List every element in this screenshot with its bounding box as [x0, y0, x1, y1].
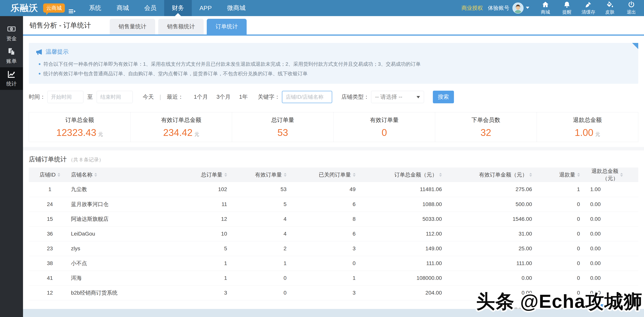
table-cell: 111.00: [364, 256, 451, 271]
sidebar-item-label: 资金: [6, 35, 17, 42]
column-header[interactable]: 店铺ID: [29, 168, 71, 182]
topbar-action-home[interactable]: 商城: [535, 1, 556, 15]
topbar-action-skin[interactable]: 皮肤: [599, 1, 620, 15]
table-cell: 0.00: [589, 241, 638, 256]
topbar-menu-item[interactable]: 商城: [109, 0, 136, 16]
topbar-action-bell[interactable]: 提醒: [556, 1, 578, 15]
sort-desc-icon: [284, 175, 286, 177]
sidebar-item-bill[interactable]: 账单: [0, 45, 23, 67]
sidebar-item-money[interactable]: 资金: [0, 22, 23, 45]
column-header[interactable]: 有效订单金额（元）: [451, 168, 541, 182]
account-caret-icon[interactable]: [526, 7, 529, 10]
menu-collapse-icon[interactable]: [69, 9, 77, 13]
table-cell: 12: [178, 212, 236, 226]
sort-desc-icon: [577, 175, 580, 177]
table-cell: 1: [178, 271, 236, 285]
table-cell: 204.00: [364, 285, 451, 300]
sort-desc-icon: [224, 175, 227, 177]
table-row: 41洱海101108000.000.0000.00: [29, 271, 638, 285]
table-cell: 3: [295, 285, 364, 300]
topbar-menu-item[interactable]: 系统: [81, 0, 109, 16]
table-cell: 108000.00: [364, 271, 451, 285]
search-button[interactable]: 搜索: [433, 91, 454, 103]
stat-label: 有效订单总金额: [161, 116, 201, 124]
table-cell: 10: [178, 226, 236, 241]
start-time-input[interactable]: [47, 91, 84, 103]
skin-icon: [606, 1, 613, 8]
table-cell: 1: [29, 182, 71, 197]
sort-icon[interactable]: [439, 173, 442, 177]
footer-strip: [23, 309, 644, 317]
table-cell: 0: [236, 271, 295, 285]
column-header[interactable]: 店铺名称: [71, 168, 178, 182]
account-name[interactable]: 体验账号: [488, 4, 509, 12]
range-link[interactable]: 1年: [239, 93, 248, 101]
column-header[interactable]: 退款总金额（元）: [589, 168, 638, 182]
table-cell: 0.00: [589, 285, 638, 300]
column-header[interactable]: 退款量: [541, 168, 589, 182]
column-header[interactable]: 总订单量: [178, 168, 236, 182]
table-cell: 0: [541, 197, 589, 212]
sort-icon[interactable]: [224, 173, 227, 177]
stat-label: 总订单量: [271, 116, 294, 124]
topbar-actions: 商城提醒清缓存皮肤退出: [535, 1, 642, 15]
notice-panel: 温馨提示 符合以下任何一种条件的订单即为有效订单：1、采用在线支付方式支付并且已…: [29, 43, 638, 84]
table-row: 23zlys523149.0025.0000.00: [29, 241, 638, 256]
sort-desc-icon: [94, 175, 97, 177]
table-cell: 3: [295, 241, 364, 256]
column-header[interactable]: 已关闭订单量: [295, 168, 364, 182]
sort-icon[interactable]: [620, 173, 623, 177]
table-cell: 0: [295, 256, 364, 271]
keyword-input[interactable]: [282, 91, 332, 103]
range-today-link[interactable]: 今天: [143, 93, 154, 101]
topbar-action-power[interactable]: 退出: [620, 1, 642, 15]
table-cell: 0.00: [451, 271, 541, 285]
avatar[interactable]: [512, 2, 524, 13]
tab[interactable]: 销售额统计: [158, 19, 204, 34]
topbar-action-broom[interactable]: 清缓存: [578, 1, 599, 15]
tab[interactable]: 销售量统计: [110, 19, 155, 34]
recent-label: 最近：: [167, 93, 184, 101]
stat-card: 订单总金额12323.43元: [29, 112, 130, 142]
sort-asc-icon: [439, 173, 442, 174]
sort-asc-icon: [94, 173, 97, 174]
keyword-label: 关键字：: [258, 93, 280, 101]
topbar-menu-item[interactable]: 微商城: [220, 0, 253, 16]
topbar-menu-item[interactable]: 财务: [164, 0, 192, 16]
license-link[interactable]: 商业授权: [462, 4, 483, 12]
table-cell: 0.00: [589, 256, 638, 271]
topbar-menu-item[interactable]: APP: [192, 0, 220, 16]
sort-asc-icon: [224, 173, 227, 174]
table-cell: 阿迪达斯旗舰店: [71, 212, 178, 226]
column-header-label: 退款量: [559, 171, 575, 178]
sort-icon[interactable]: [284, 173, 286, 177]
table-cell: 0.00: [589, 271, 638, 285]
sort-icon[interactable]: [94, 173, 97, 177]
avatar-image: [513, 3, 523, 13]
table-cell: 36: [29, 226, 71, 241]
sidebar-item-stats[interactable]: 统计: [0, 67, 23, 90]
column-header[interactable]: 订单总金额（元）: [364, 168, 451, 182]
stat-value: 0: [382, 127, 387, 138]
sort-icon[interactable]: [577, 173, 580, 177]
table-cell: 洱海: [71, 271, 178, 285]
sort-asc-icon: [577, 173, 580, 174]
range-link[interactable]: 3个月: [216, 93, 231, 101]
end-time-input[interactable]: [97, 91, 133, 103]
sort-icon[interactable]: [353, 173, 356, 177]
range-link[interactable]: 1个月: [194, 93, 208, 101]
sort-icon[interactable]: [58, 173, 60, 177]
table-cell: 小不点: [71, 256, 178, 271]
sort-icon[interactable]: [529, 173, 532, 177]
table-cell: zlys: [71, 241, 178, 256]
table-title-text: 店铺订单统计: [29, 155, 67, 164]
tab[interactable]: 订单统计: [207, 19, 247, 34]
shop-type-select[interactable]: -- 请选择 --: [371, 91, 424, 103]
stat-value: 53: [277, 127, 288, 138]
table-cell: 4: [236, 212, 295, 226]
table-cell: 1: [295, 271, 364, 285]
topbar-menu-item[interactable]: 会员: [136, 0, 164, 16]
time-label: 时间：: [29, 93, 46, 101]
column-header[interactable]: 有效订单量: [236, 168, 295, 182]
table-cell: 8: [295, 212, 364, 226]
